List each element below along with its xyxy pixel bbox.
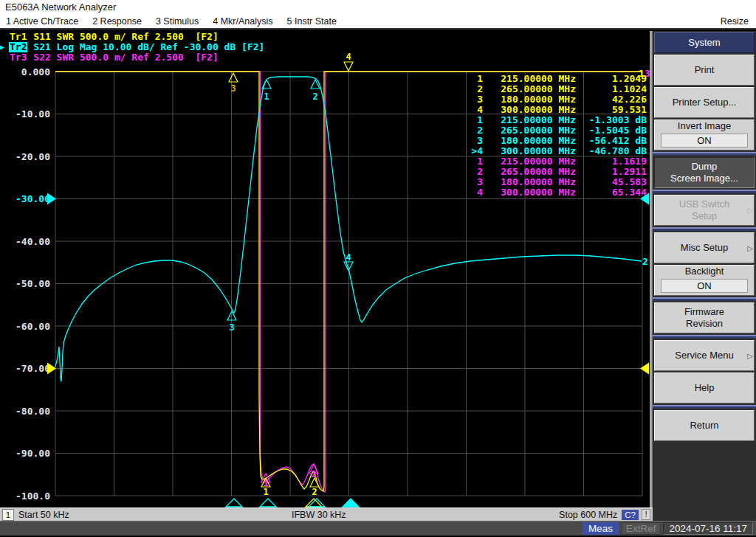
softkey-toggle-state: ON <box>661 279 748 293</box>
softkey-divider <box>653 335 756 339</box>
menu-bar: 1 Active Ch/Trace2 Response3 Stimulus4 M… <box>0 15 756 30</box>
marker-freq: 265.00000 MHz <box>483 84 576 94</box>
marker-triangle-icon <box>229 73 238 82</box>
menu-item-active-ch-trace[interactable]: 1 Active Ch/Trace <box>6 16 78 27</box>
y-axis-label: -20.00 <box>16 151 50 162</box>
channel-status-bar: 1 Start 50 kHz IFBW 30 kHz Stop 600 MHz … <box>0 507 653 521</box>
marker-val: 65.344 <box>576 187 647 198</box>
softkey-printer-setup[interactable]: Printer Setup... <box>654 87 755 118</box>
softkey-label: Screen Image... <box>655 173 754 184</box>
y-axis-label: -80.00 <box>16 406 50 417</box>
marker-val: -1.5045 dB <box>576 125 647 136</box>
ref-level-arrow-icon <box>640 363 649 375</box>
softkey-toggle-state: ON <box>661 134 748 148</box>
softkey-label: Revision <box>655 318 754 330</box>
trace-legend: Tr1 S11 SWR 500.0 m/ Ref 2.500 [F2]▶Tr2 … <box>0 32 264 63</box>
marker-freq: 215.00000 MHz <box>483 156 576 167</box>
marker-table-row: 2265.00000 MHz1.2911 <box>464 167 647 177</box>
correction-badge: C? <box>622 510 639 520</box>
softkey-service-menu[interactable]: Service Menu▷ <box>654 340 755 371</box>
legend-tr1[interactable]: Tr1 S11 SWR 500.0 m/ Ref 2.500 [F2] <box>0 32 264 42</box>
softkey-dump-screen-image[interactable]: DumpScreen Image... <box>654 157 755 188</box>
softkey-divider <box>653 227 756 231</box>
softkey-misc-setup[interactable]: Misc Setup▷ <box>654 232 755 263</box>
softkey-label: Dump <box>655 161 754 173</box>
marker-table-row: 1215.00000 MHz-1.3003 dB <box>464 115 647 125</box>
active-trace-arrow-icon <box>0 32 9 42</box>
marker-num: 2 <box>464 167 483 177</box>
softkey-return[interactable]: Return <box>654 410 755 441</box>
softkey-backlight[interactable]: BacklightON <box>654 265 755 296</box>
legend-tr2[interactable]: ▶Tr2 S21 Log Mag 10.00 dB/ Ref -30.00 dB… <box>0 42 264 52</box>
menu-item-instr-state[interactable]: 5 Instr State <box>287 16 337 27</box>
marker-table-row: 3180.00000 MHz-56.412 dB <box>464 136 647 146</box>
menu-item-mkr-analysis[interactable]: 4 Mkr/Analysis <box>213 16 272 27</box>
softkey-invert-image[interactable]: Invert ImageON <box>654 119 755 150</box>
marker-table: 1215.00000 MHz1.20492265.00000 MHz1.1024… <box>464 74 647 198</box>
softkey-label: Misc Setup <box>655 242 754 254</box>
marker-table-row: 3180.00000 MHz45.583 <box>464 177 647 187</box>
marker-table-row: 4300.00000 MHz59.531 <box>464 105 647 115</box>
marker-val: 1.2049 <box>576 74 647 84</box>
marker-number-label: 3 <box>229 322 234 333</box>
marker-number-label: 1 <box>263 487 268 497</box>
marker-val: 45.583 <box>576 177 647 187</box>
trace-name: Tr1 <box>9 32 27 42</box>
marker-freq: 180.00000 MHz <box>483 177 576 187</box>
marker-num: 3 <box>464 94 483 105</box>
marker-val: 1.2911 <box>576 167 647 177</box>
softkey-label: System <box>655 37 754 49</box>
marker-val: 59.531 <box>576 105 647 115</box>
marker-table-row: >4300.00000 MHz-46.780 dB <box>464 146 647 156</box>
marker-freq: 265.00000 MHz <box>483 125 576 136</box>
y-axis-label: -10.00 <box>16 108 50 119</box>
softkey-print[interactable]: Print <box>654 55 755 86</box>
measurement-display: 0.000-10.00-20.00-30.00-40.00-50.00-60.0… <box>0 31 650 507</box>
y-axis-label: -60.00 <box>16 321 50 332</box>
marker-freq: 215.00000 MHz <box>483 115 576 125</box>
datetime-display: 2024-07-16 11:17 <box>663 522 753 535</box>
submenu-arrow-icon: ▷ <box>747 244 753 252</box>
softkey-menu: SystemPrintPrinter Setup...Invert ImageO… <box>653 31 756 507</box>
marker-num: >4 <box>464 146 483 156</box>
y-axis-label: -90.00 <box>16 448 50 459</box>
softkey-system[interactable]: System <box>654 32 755 53</box>
softkey-label: Firmware <box>655 306 754 318</box>
marker-number-label: 4 <box>346 52 351 62</box>
menu-item-response[interactable]: 2 Response <box>92 16 142 27</box>
marker-num: 1 <box>464 156 483 167</box>
meas-status: Meas <box>583 522 619 535</box>
softkey-usb-switch-setup: USB SwitchSetup▷ <box>654 195 755 226</box>
legend-tr3[interactable]: Tr3 S22 SWR 500.0 m/ Ref 2.500 [F2] <box>0 52 264 63</box>
softkey-firmware-revision[interactable]: FirmwareRevision <box>654 302 755 333</box>
marker-table-row: 3180.00000 MHz42.226 <box>464 94 647 105</box>
softkey-help[interactable]: Help <box>654 373 755 403</box>
analyzer-screen: E5063A Network Analyzer 1 Active Ch/Trac… <box>0 0 756 537</box>
trace-settings: S11 SWR 500.0 m/ Ref 2.500 [F2] <box>27 32 218 42</box>
marker-num: 3 <box>464 177 483 187</box>
ref-level-arrow-icon <box>47 193 56 205</box>
y-axis-label: -70.00 <box>16 363 50 374</box>
status-bar-filler <box>653 507 756 521</box>
y-axis-label: -40.00 <box>16 236 50 247</box>
stop-frequency: Stop 600 MHz <box>559 510 617 520</box>
menu-item-stimulus[interactable]: 3 Stimulus <box>156 16 199 27</box>
marker-num: 2 <box>464 84 483 94</box>
softkey-label: Backlight <box>655 266 754 277</box>
softkey-label: Return <box>655 420 754 432</box>
marker-number-label: 3 <box>230 83 236 94</box>
submenu-arrow-icon: ▷ <box>747 352 753 360</box>
y-axis-label: 0.000 <box>21 66 50 77</box>
marker-val: -1.3003 dB <box>576 115 647 125</box>
instrument-status-bar: Meas ExtRef 2024-07-16 11:17 <box>0 521 756 537</box>
trace-number-label: 2 <box>642 256 648 267</box>
marker-num: 1 <box>464 74 483 84</box>
softkey-label: USB Switch <box>655 198 754 210</box>
marker-stimulus-icon <box>260 499 276 507</box>
warning-indicator: ! <box>642 509 650 520</box>
marker-triangle-icon <box>344 62 353 71</box>
submenu-arrow-icon: ▷ <box>747 207 753 215</box>
resize-button[interactable]: Resize <box>721 16 749 27</box>
marker-number-label: 1 <box>264 91 269 102</box>
marker-freq: 300.00000 MHz <box>483 187 576 198</box>
